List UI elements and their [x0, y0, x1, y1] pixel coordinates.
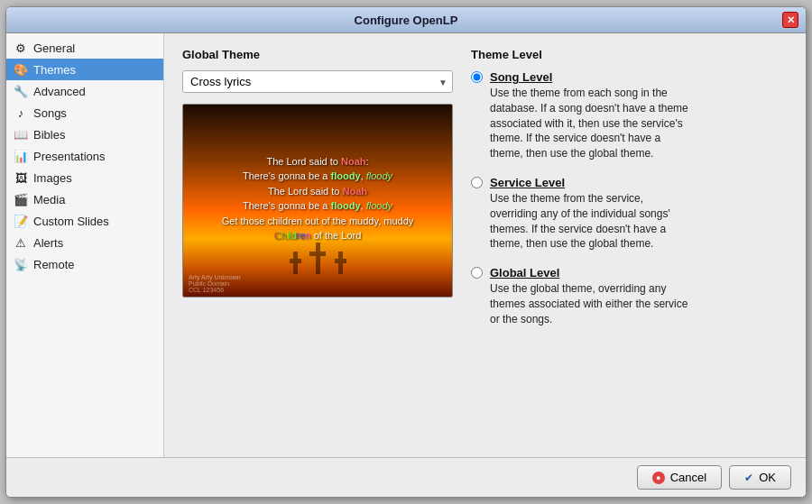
sidebar-label-remote: Remote [33, 258, 75, 271]
sidebar-label-songs: Songs [33, 106, 67, 120]
radio-desc-global-level: Use the global theme, overriding any the… [490, 281, 688, 326]
presentations-icon: 📊 [14, 149, 28, 163]
advanced-icon: 🔧 [14, 84, 28, 98]
sidebar-item-advanced[interactable]: 🔧Advanced [6, 80, 163, 102]
radio-item-service-level: Service LevelUse the theme from the serv… [471, 176, 788, 252]
general-icon: ⚙ [14, 41, 28, 55]
sidebar-label-general: General [33, 41, 75, 55]
theme-level-section: Theme Level Song LevelUse the theme from… [471, 48, 788, 327]
sidebar-item-themes[interactable]: 🎨Themes [6, 59, 163, 80]
ok-label: OK [759, 471, 776, 484]
songs-icon: ♪ [14, 105, 28, 120]
remote-icon: 📡 [14, 257, 28, 271]
preview-line-4: There's gonna be a floody, floody [222, 198, 414, 214]
sidebar-label-themes: Themes [33, 63, 76, 77]
alerts-icon: ⚠ [14, 235, 28, 250]
theme-level-title: Theme Level [471, 48, 788, 61]
global-theme-title: Global Theme [182, 48, 453, 61]
dialog-body: ⚙General🎨Themes🔧Advanced♪Songs📖Bibles📊Pr… [6, 33, 806, 457]
sidebar-item-general[interactable]: ⚙General [6, 37, 163, 59]
sidebar-item-remote[interactable]: 📡Remote [6, 253, 163, 275]
sidebar-label-advanced: Advanced [33, 85, 86, 98]
preview-text-block: The Lord said to Noah: There's gonna be … [222, 154, 414, 243]
radio-label-song-level[interactable]: Song Level [490, 70, 688, 84]
radio-service-level[interactable] [471, 177, 483, 188]
radio-label-service-level[interactable]: Service Level [490, 176, 688, 189]
preview-line-6: Children of the Lord [222, 228, 414, 243]
sidebar-item-custom-slides[interactable]: 📝Custom Slides [6, 210, 163, 232]
theme-preview: The Lord said to Noah: There's gonna be … [182, 104, 453, 298]
sidebar-label-presentations: Presentations [33, 150, 106, 163]
content-row: Global Theme Cross lyricsDefaultBlue Sky… [182, 48, 788, 327]
preview-background: The Lord said to Noah: There's gonna be … [183, 105, 452, 297]
cancel-label: Cancel [670, 471, 706, 484]
custom-slides-icon: 📝 [14, 214, 28, 228]
cross-center [316, 243, 320, 274]
sidebar-label-bibles: Bibles [33, 128, 65, 142]
radio-label-group-song-level: Song LevelUse the theme from each song i… [490, 70, 688, 161]
preview-crosses [293, 243, 343, 274]
radio-item-global-level: Global LevelUse the global theme, overri… [471, 266, 788, 326]
radio-song-level[interactable] [471, 71, 483, 83]
dialog-title: Configure OpenLP [30, 14, 782, 27]
preview-line-1: The Lord said to Noah: [222, 154, 414, 170]
cross-right [338, 252, 343, 274]
bibles-icon: 📖 [14, 127, 28, 142]
dialog-footer: ● Cancel ✔ OK [6, 457, 806, 497]
global-theme-section: Global Theme Cross lyricsDefaultBlue Sky… [182, 48, 453, 298]
ok-icon: ✔ [744, 472, 753, 484]
theme-dropdown-wrapper: Cross lyricsDefaultBlue SkyDark ▼ [182, 70, 453, 93]
sidebar-item-alerts[interactable]: ⚠Alerts [6, 232, 163, 253]
preview-credit: Arty Arty Unknown Public Domain CCL 1234… [189, 274, 241, 293]
radio-label-global-level[interactable]: Global Level [490, 266, 688, 279]
sidebar-item-bibles[interactable]: 📖Bibles [6, 124, 163, 145]
sidebar-item-songs[interactable]: ♪Songs [6, 102, 163, 124]
media-icon: 🎬 [14, 192, 28, 206]
radio-label-group-global-level: Global LevelUse the global theme, overri… [490, 266, 688, 326]
sidebar: ⚙General🎨Themes🔧Advanced♪Songs📖Bibles📊Pr… [6, 33, 164, 457]
radio-group: Song LevelUse the theme from each song i… [471, 70, 788, 327]
sidebar-label-alerts: Alerts [33, 236, 63, 250]
sidebar-label-custom-slides: Custom Slides [33, 215, 109, 228]
radio-global-level[interactable] [471, 267, 483, 279]
preview-line-3: The Lord said to Noah [222, 184, 414, 199]
sidebar-label-media: Media [33, 193, 65, 206]
radio-item-song-level: Song LevelUse the theme from each song i… [471, 70, 788, 161]
main-content: Global Theme Cross lyricsDefaultBlue Sky… [164, 33, 806, 457]
sidebar-item-media[interactable]: 🎬Media [6, 188, 163, 210]
images-icon: 🖼 [14, 170, 28, 185]
close-button[interactable]: ✕ [782, 12, 798, 28]
cancel-icon: ● [652, 472, 665, 484]
titlebar: Configure OpenLP ✕ [6, 7, 806, 33]
theme-dropdown[interactable]: Cross lyricsDefaultBlue SkyDark [182, 70, 453, 93]
sidebar-label-images: Images [33, 171, 72, 185]
configure-dialog: Configure OpenLP ✕ ⚙General🎨Themes🔧Advan… [5, 6, 807, 498]
cross-left [293, 252, 298, 274]
radio-desc-service-level: Use the theme from the service, overridi… [490, 191, 688, 252]
sidebar-item-images[interactable]: 🖼Images [6, 167, 163, 188]
ok-button[interactable]: ✔ OK [729, 465, 791, 490]
preview-line-2: There's gonna be a floody, floody [222, 169, 414, 184]
radio-desc-song-level: Use the theme from each song in the data… [490, 86, 688, 161]
preview-line-5: Get those children out of the muddy, mud… [222, 214, 414, 229]
sidebar-item-presentations[interactable]: 📊Presentations [6, 145, 163, 167]
themes-icon: 🎨 [14, 62, 28, 77]
radio-label-group-service-level: Service LevelUse the theme from the serv… [490, 176, 688, 252]
cancel-button[interactable]: ● Cancel [637, 465, 722, 490]
